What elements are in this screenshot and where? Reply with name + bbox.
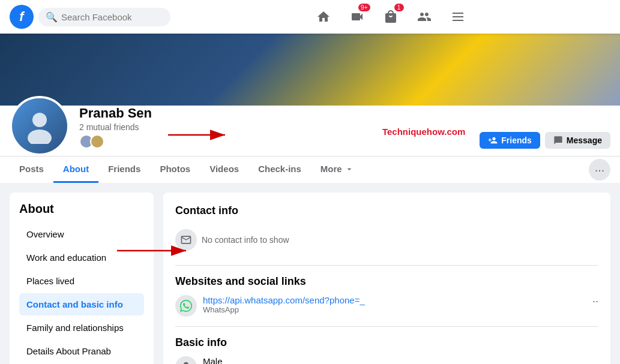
- divider-1: [175, 265, 598, 266]
- sidebar-item-work[interactable]: Work and education: [19, 246, 144, 269]
- profile-section: Pranab Sen 2 mutual friends Techniquehow…: [0, 34, 620, 183]
- shop-nav-button[interactable]: 1: [376, 2, 405, 31]
- gender-info: Male Gender: [203, 356, 229, 364]
- tab-checkins[interactable]: Check-ins: [248, 157, 311, 183]
- menu-nav-button[interactable]: [444, 2, 472, 31]
- friends-button[interactable]: Friends: [480, 132, 540, 149]
- about-sidebar: About Overview Work and education Places…: [10, 192, 154, 364]
- basic-info-title: Basic info: [175, 336, 598, 349]
- friends-button-label: Friends: [501, 136, 532, 145]
- about-right-content: Contact info No contact info to show Web…: [163, 192, 610, 364]
- gender-value: Male: [203, 356, 229, 364]
- profile-details: Pranab Sen 2 mutual friends: [79, 106, 382, 156]
- tab-videos[interactable]: Videos: [200, 157, 248, 183]
- cover-photo: [0, 34, 620, 106]
- tab-more-options[interactable]: ···: [589, 159, 610, 181]
- tab-friends[interactable]: Friends: [98, 157, 150, 183]
- sidebar-item-details[interactable]: Details About Pranab: [19, 340, 144, 362]
- mutual-friends: 2 mutual friends: [79, 122, 382, 132]
- message-button[interactable]: Message: [545, 132, 610, 149]
- whatsapp-url[interactable]: https://api.whatsapp.com/send?phone=_: [203, 295, 365, 305]
- brand-link[interactable]: Techniquehow.com: [382, 127, 465, 146]
- tab-photos[interactable]: Photos: [150, 157, 200, 183]
- search-icon: 🔍: [46, 11, 58, 23]
- whatsapp-label: WhatsApp: [203, 305, 365, 314]
- search-bar[interactable]: 🔍: [38, 8, 170, 26]
- facebook-logo: f: [10, 5, 34, 29]
- nav-center: 9+ 1: [309, 2, 472, 31]
- sidebar-item-overview[interactable]: Overview: [19, 223, 144, 245]
- people-nav-button[interactable]: [410, 2, 439, 31]
- home-nav-button[interactable]: [309, 2, 338, 31]
- search-input[interactable]: [61, 12, 163, 22]
- svg-rect-1: [453, 16, 463, 17]
- top-navigation: f 🔍 9+ 1: [0, 0, 620, 34]
- contact-info-icon: [175, 229, 197, 251]
- svg-rect-0: [453, 13, 463, 14]
- whatsapp-info: https://api.whatsapp.com/send?phone=_ Wh…: [203, 295, 365, 314]
- contact-info-title: Contact info: [175, 204, 598, 217]
- websites-title: Websites and social links: [175, 275, 598, 288]
- gender-item: Male Gender: [175, 356, 598, 364]
- message-button-label: Message: [567, 136, 602, 145]
- mutual-avatar-2: [90, 134, 104, 149]
- shop-badge: 1: [394, 4, 404, 11]
- sidebar-item-contact[interactable]: Contact and basic info: [19, 293, 144, 315]
- mutual-avatars: [79, 134, 382, 149]
- video-nav-button[interactable]: 9+: [343, 2, 372, 31]
- svg-point-3: [32, 113, 47, 127]
- profile-info-area: Pranab Sen 2 mutual friends Techniquehow…: [0, 106, 620, 156]
- video-badge: 9+: [358, 4, 370, 11]
- avatar-image: [12, 98, 67, 154]
- sidebar-item-places[interactable]: Places lived: [19, 270, 144, 292]
- svg-rect-2: [453, 20, 463, 21]
- svg-point-4: [28, 130, 52, 144]
- whatsapp-options[interactable]: ··: [592, 295, 598, 308]
- tab-about[interactable]: About: [53, 157, 98, 183]
- tab-more[interactable]: More: [311, 157, 364, 183]
- profile-tabs: Posts About Friends Photos Videos Check-…: [0, 156, 620, 183]
- profile-actions: Friends Message: [480, 132, 610, 156]
- main-content: About Overview Work and education Places…: [0, 183, 620, 364]
- gender-icon: [175, 356, 197, 364]
- avatar: [10, 96, 70, 156]
- sidebar-title: About: [19, 202, 144, 216]
- no-contact-text: No contact info to show: [202, 235, 289, 245]
- no-contact-info: No contact info to show: [175, 224, 598, 255]
- whatsapp-link-item: https://api.whatsapp.com/send?phone=_ Wh…: [175, 295, 598, 317]
- sidebar-item-family[interactable]: Family and relationships: [19, 317, 144, 339]
- profile-name: Pranab Sen: [79, 106, 382, 121]
- divider-2: [175, 326, 598, 327]
- whatsapp-icon: [175, 295, 197, 317]
- tab-posts[interactable]: Posts: [10, 157, 53, 183]
